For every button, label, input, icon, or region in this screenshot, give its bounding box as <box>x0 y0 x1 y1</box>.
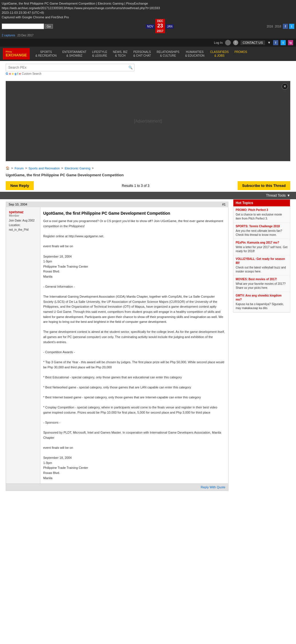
user-status: Member <box>9 214 37 217</box>
hot-topic-6: GMTV: Ano ang showbiz kingdom mo? Kapuso… <box>233 292 290 312</box>
sidebar: Hot Topics PROMO: Pitch Perfect 3 Get a … <box>233 199 290 491</box>
reply-quote-button[interactable]: Reply With Quote <box>201 485 225 489</box>
browser-title: UgotGame, the first Philippine PC Game D… <box>2 1 294 6</box>
search-icon[interactable]: 🔍 <box>127 64 134 71</box>
search-input[interactable] <box>6 64 127 71</box>
cal-year: 2017 <box>155 29 165 33</box>
captured-with: Captured with Google Chrome and FireShot… <box>2 15 294 19</box>
post-body: spetsnaz Member Join Date: Aug 2002 Loca… <box>6 207 229 491</box>
top-nav: Log In ? CONTACT US ▼ f t ig <box>0 39 296 47</box>
user-icon <box>225 40 231 46</box>
nav-relationships[interactable]: RELATIONSHIPS& CULTURE <box>154 47 182 61</box>
content-area: Sep 10, 2004 #1 spetsnaz Member Join Dat… <box>0 199 296 491</box>
site-logo[interactable]: Pinoy EXCHANGE <box>3 48 30 60</box>
help-icon[interactable]: ? <box>233 40 238 45</box>
contact-us-button[interactable]: CONTACT US <box>241 40 265 45</box>
main-nav: Pinoy EXCHANGE SPORTS& RECREATION ENTERT… <box>0 47 296 61</box>
post-user-info: spetsnaz Member Join Date: Aug 2002 Loca… <box>6 207 40 483</box>
year-prev: 2016 <box>267 25 273 28</box>
year-next: 2018 <box>275 25 281 28</box>
cal-day: 23 <box>155 23 165 29</box>
nav-classifieds[interactable]: CLASSIFIEDS& JOBS <box>207 47 232 61</box>
results-text: Results 1 to 3 of 3 <box>122 184 150 188</box>
captures-date: 23 Dec 2017 <box>17 34 34 37</box>
post-content: Got a cool game that you programmed? Or … <box>43 219 225 481</box>
hot-topic-4: VOLLEYBALL: Get ready for season 80! Che… <box>233 255 290 276</box>
post-date: Sep 10, 2004 <box>9 203 27 206</box>
breadcrumb-subsection[interactable]: Electronic Gaming <box>65 167 90 170</box>
nav-lifestyle[interactable]: LIFESTYLE& LEISURE <box>89 47 110 61</box>
home-icon[interactable]: 🏠 <box>6 166 10 170</box>
twitter-icon[interactable]: t <box>289 24 294 29</box>
join-date: Aug 2002 <box>22 219 35 222</box>
username[interactable]: spetsnaz <box>9 210 37 214</box>
breadcrumb-section[interactable]: Sports and Recreation <box>29 167 60 170</box>
thread-actions: New Reply Results 1 to 3 of 3 Subscribe … <box>0 179 296 192</box>
location: not_in_the_Phil <box>9 228 29 231</box>
nav-sports[interactable]: SPORTS& RECREATION <box>33 47 59 61</box>
google-custom-search: Google Custom Search <box>6 72 290 75</box>
captures-link[interactable]: 2 captures <box>2 34 15 37</box>
hot-topic-1: PROMO: Pitch Perfect 3 Get a chance to w… <box>233 206 290 223</box>
ad-placeholder: [Advertisement] <box>134 119 162 123</box>
location-label: Location: <box>9 224 21 227</box>
hot-topic-3: PExPin: Kamusta ang 2017 mo? Write a let… <box>233 239 290 255</box>
topnav-instagram-icon[interactable]: ig <box>288 40 293 45</box>
thread-title-breadcrumb: UgotGame, the first Philippine PC Game D… <box>0 172 296 179</box>
login-link[interactable]: Log In <box>214 41 223 44</box>
new-reply-button[interactable]: New Reply <box>6 181 34 190</box>
topnav-twitter-icon[interactable]: t <box>281 40 286 45</box>
ad-banner: [Advertisement] ✕ <box>6 81 290 161</box>
reply-footer: Reply With Quote <box>6 483 228 491</box>
nav-news[interactable]: NEWS, BIZ& TECH <box>110 47 130 61</box>
post-header: Sep 10, 2004 #1 <box>6 202 229 207</box>
dropdown-arrow-icon: ▼ <box>267 41 271 45</box>
search-bar: 🔍 <box>6 64 134 71</box>
nav-promos[interactable]: PROMOS <box>232 47 250 61</box>
post-title: UgotGame, the first Philippine PC Game D… <box>43 210 225 216</box>
timestamp: 2023-11-03 23:30:47 (UTC+8) <box>2 10 294 15</box>
cal-month: DEC <box>155 19 165 23</box>
thread-tools-bar: Thread Tools ▼ <box>0 192 296 199</box>
user-meta: Join Date: Aug 2002 Location: not_in_the… <box>9 218 37 232</box>
thread-content: Sep 10, 2004 #1 spetsnaz Member Join Dat… <box>6 199 229 491</box>
cal-next-month[interactable]: JAN <box>166 24 174 29</box>
thread-tools-label: Thread Tools <box>266 193 286 197</box>
nav-items: SPORTS& RECREATION ENTERTAINMENT& SHOWBI… <box>33 47 250 61</box>
hot-topics: Hot Topics PROMO: Pitch Perfect 3 Get a … <box>233 199 290 313</box>
url-input[interactable]: https://www.pinoyexchange.com/forums/sho… <box>2 23 44 29</box>
search-section: 🔍 Google Custom Search <box>0 61 296 78</box>
join-date-label: Join Date: <box>9 219 22 222</box>
cal-prev-month[interactable]: NOV <box>146 24 154 29</box>
post-text: UgotGame, the first Philippine PC Game D… <box>40 207 228 483</box>
nav-entertainment[interactable]: ENTERTAINMENT& SHOWBIZ <box>59 47 89 61</box>
post-number: #1 <box>222 203 226 206</box>
facebook-icon[interactable]: f <box>283 24 288 29</box>
breadcrumb: 🏠 ➤ Forum ➤ Sports and Recreation ➤ Elec… <box>0 164 296 172</box>
nav-humanities[interactable]: HUMANITIES& EDUCATION <box>182 47 207 61</box>
thread-tools-arrow-icon: ▼ <box>287 193 290 197</box>
subscribe-button[interactable]: Subscribe to this Thread <box>238 181 290 190</box>
hot-topic-5: MOVIES: Best movies of 2017! What are yo… <box>233 276 290 292</box>
go-button[interactable]: Go <box>45 24 53 29</box>
post-inner: spetsnaz Member Join Date: Aug 2002 Loca… <box>6 207 228 483</box>
hot-topic-2: SPORTS: Tennis Challenge 2018 Are you th… <box>233 223 290 239</box>
custom-search-label: Custom Search <box>22 72 41 75</box>
ad-close-button[interactable]: ✕ <box>282 83 288 90</box>
topnav-facebook-icon[interactable]: f <box>273 40 278 45</box>
hot-topics-header: Hot Topics <box>233 199 290 206</box>
thread-tools-button[interactable]: Thread Tools ▼ <box>266 193 290 197</box>
nav-personals[interactable]: PERSONALS& CHIT CHAT <box>130 47 154 61</box>
breadcrumb-forum[interactable]: Forum <box>15 167 24 170</box>
archive-url: https://web.archive.org/web/201712230558… <box>2 6 294 10</box>
